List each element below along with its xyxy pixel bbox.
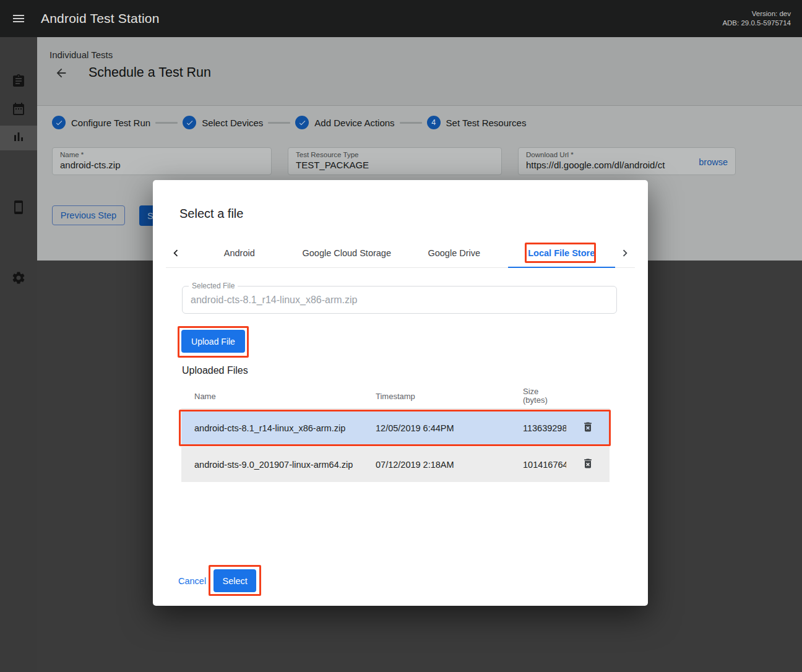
step-done-check-icon	[295, 116, 309, 129]
step-connector	[268, 122, 290, 124]
chevron-right-icon[interactable]	[615, 239, 635, 267]
delete-file-button[interactable]	[577, 454, 599, 476]
table-header-row: Name Timestamp Size (bytes)	[181, 384, 610, 409]
step-set-test-resources[interactable]: 4 Set Test Resources	[427, 116, 527, 129]
field-label: Download Url *	[526, 151, 728, 158]
bar-chart-icon	[11, 129, 26, 147]
phone-icon	[11, 200, 26, 217]
uploaded-file-row[interactable]: android-sts-9.0_201907-linux-arm64.zip 0…	[181, 447, 610, 482]
step-done-check-icon	[183, 116, 196, 129]
size-header-line1: Size	[523, 387, 566, 396]
timestamp-cell: 07/12/2019 2:18AM	[376, 460, 523, 470]
clipboard-icon	[11, 74, 26, 91]
chevron-left-icon[interactable]	[166, 239, 186, 267]
sidebar-item-test-plans[interactable]	[0, 70, 37, 95]
selected-file-field[interactable]: Selected File android-cts-8.1_r14-linux_…	[182, 286, 617, 314]
name-field[interactable]: Name * android-cts.zip	[52, 147, 272, 175]
tab-google-cloud-storage[interactable]: Google Cloud Storage	[293, 239, 401, 267]
size-header-line2: (bytes)	[523, 396, 566, 405]
file-source-tabs: Android Google Cloud Storage Google Driv…	[166, 239, 635, 268]
sidebar-item-devices[interactable]	[0, 196, 37, 221]
column-header-name: Name	[194, 392, 376, 401]
size-cell: 101416764	[523, 460, 566, 470]
tab-label: Google Drive	[428, 248, 480, 258]
breadcrumb: Individual Tests	[50, 50, 113, 60]
tab-label: Android	[224, 248, 255, 258]
trash-icon	[582, 457, 594, 472]
trash-icon	[582, 421, 594, 435]
sidebar-item-schedule[interactable]	[0, 98, 37, 123]
field-label: Name *	[60, 151, 264, 158]
row-actions-cell	[566, 417, 610, 439]
tab-local-file-store[interactable]: Local File Store	[508, 239, 616, 267]
previous-step-button[interactable]: Previous Step	[52, 205, 125, 225]
adb-line: ADB: 29.0.5-5975714	[722, 19, 791, 28]
page-subheader: Individual Tests Schedule a Test Run	[37, 37, 802, 105]
download-url-field[interactable]: Download Url * https://dl.google.com/dl/…	[518, 147, 736, 175]
tab-label: Local File Store	[528, 248, 595, 258]
step-label: Select Devices	[202, 118, 263, 128]
step-add-device-actions[interactable]: Add Device Actions	[295, 116, 394, 129]
column-header-size: Size (bytes)	[523, 387, 566, 405]
sidebar-item-settings[interactable]	[0, 267, 37, 291]
tab-android[interactable]: Android	[186, 239, 293, 267]
column-header-timestamp: Timestamp	[376, 392, 523, 401]
selected-file-value: android-cts-8.1_r14-linux_x86-arm.zip	[183, 286, 616, 313]
file-name-cell: android-cts-8.1_r14-linux_x86-arm.zip	[194, 423, 376, 433]
screen: Android Test Station Version: dev ADB: 2…	[0, 0, 802, 672]
size-cell: 113639298	[523, 423, 566, 433]
calendar-icon	[11, 101, 26, 119]
step-label: Set Test Resources	[446, 118, 527, 128]
delete-file-button[interactable]	[577, 417, 599, 439]
sidebar-item-test-results[interactable]	[0, 126, 37, 150]
stepper: Configure Test Run Select Devices Add De…	[52, 116, 526, 129]
step-connector	[400, 122, 422, 124]
step-configure-test-run[interactable]: Configure Test Run	[52, 116, 150, 129]
uploaded-files-table: Name Timestamp Size (bytes) android-cts-…	[181, 384, 610, 482]
dialog-title: Select a file	[179, 207, 243, 221]
sidebar	[0, 37, 37, 672]
step-number: 4	[427, 116, 441, 129]
select-file-dialog: Select a file Android Google Cloud Stora…	[153, 180, 648, 606]
test-resource-fields: Name * android-cts.zip Test Resource Typ…	[52, 147, 736, 175]
app-title: Android Test Station	[41, 11, 160, 26]
timestamp-cell: 12/05/2019 6:44PM	[376, 423, 523, 433]
uploaded-files-heading: Uploaded Files	[182, 365, 248, 376]
cancel-button[interactable]: Cancel	[178, 576, 206, 586]
top-app-bar: Android Test Station Version: dev ADB: 2…	[0, 0, 802, 37]
tab-google-drive[interactable]: Google Drive	[400, 239, 508, 267]
page-title: Schedule a Test Run	[88, 65, 211, 80]
tabs-strip: Android Google Cloud Storage Google Driv…	[186, 239, 615, 267]
dialog-actions: Cancel Select	[178, 569, 256, 592]
select-button[interactable]: Select	[213, 569, 256, 592]
row-actions-cell	[566, 454, 610, 476]
test-resource-type-field[interactable]: Test Resource Type TEST_PACKAGE	[288, 147, 502, 175]
browse-link[interactable]: browse	[699, 157, 728, 167]
version-line: Version: dev	[722, 9, 791, 19]
active-tab-underline	[508, 267, 616, 268]
version-info: Version: dev ADB: 29.0.5-5975714	[722, 9, 791, 28]
step-select-devices[interactable]: Select Devices	[183, 116, 263, 129]
tab-label: Google Cloud Storage	[303, 248, 392, 258]
file-name-cell: android-sts-9.0_201907-linux-arm64.zip	[194, 460, 376, 470]
field-label: Test Resource Type	[296, 151, 494, 158]
gear-icon	[11, 270, 26, 288]
field-value: https://dl.google.com/dl/android/ct	[526, 160, 686, 170]
field-value: android-cts.zip	[60, 160, 264, 170]
upload-file-button[interactable]: Upload File	[181, 330, 245, 353]
step-done-check-icon	[52, 116, 66, 129]
back-arrow-icon[interactable]	[54, 66, 68, 80]
field-value: TEST_PACKAGE	[296, 160, 494, 170]
selected-file-label: Selected File	[189, 282, 238, 290]
uploaded-file-row[interactable]: android-cts-8.1_r14-linux_x86-arm.zip 12…	[181, 410, 610, 446]
step-label: Configure Test Run	[71, 118, 150, 128]
menu-icon[interactable]	[11, 11, 26, 26]
step-connector	[155, 122, 178, 124]
step-label: Add Device Actions	[314, 118, 394, 128]
